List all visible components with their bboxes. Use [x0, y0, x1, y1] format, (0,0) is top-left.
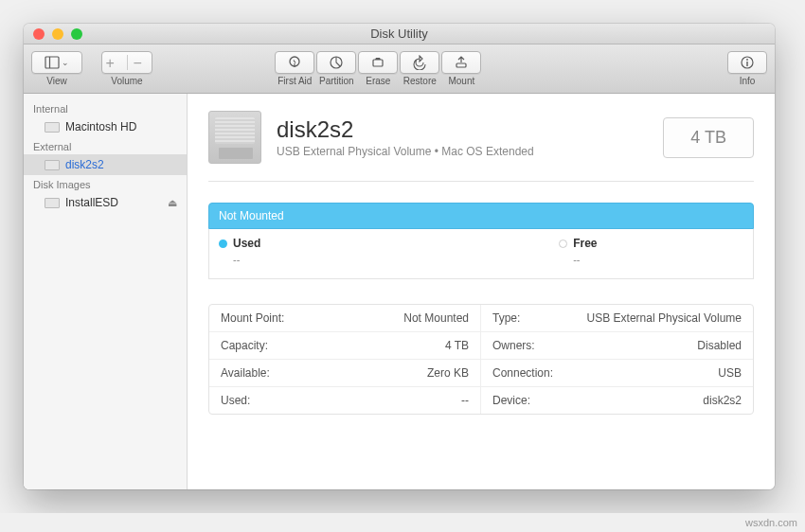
table-row: Mount Point:Not Mounted: [209, 305, 481, 332]
mount-status-bar: Not Mounted: [208, 203, 754, 229]
capacity-badge: 4 TB: [663, 117, 754, 158]
table-row: Capacity:4 TB: [209, 332, 481, 360]
disk-icon: [45, 198, 60, 208]
first-aid-button[interactable]: [275, 51, 314, 74]
toolbar: ⌄ View + − Volume First Aid Partition: [24, 44, 775, 94]
svg-rect-8: [746, 62, 747, 66]
svg-rect-5: [456, 63, 466, 67]
restore-button[interactable]: [400, 51, 439, 74]
restore-label: Restore: [403, 76, 437, 86]
usage-free: Free --: [559, 237, 743, 265]
sidebar-section-diskimages: Disk Images: [24, 175, 187, 192]
info-value: 4 TB: [445, 339, 469, 352]
erase-label: Erase: [366, 76, 390, 86]
info-key: Mount Point:: [221, 311, 284, 325]
info-value: --: [461, 394, 469, 407]
toolbar-volume-label: Volume: [111, 76, 142, 86]
volume-add-icon: +: [106, 55, 121, 70]
volume-titles: disk2s2 USB External Physical Volume • M…: [277, 116, 534, 158]
info-value: USB: [718, 366, 742, 380]
sidebar-section-internal: Internal: [24, 99, 187, 116]
info-key: Owners:: [492, 339, 535, 352]
toolbar-view-label: View: [46, 76, 67, 86]
chevron-down-icon: ⌄: [62, 58, 69, 67]
disk-icon: [45, 122, 60, 133]
free-value: --: [573, 254, 743, 265]
toolbar-info: Info: [727, 51, 767, 86]
table-row: Available:Zero KB: [209, 360, 481, 387]
volume-header: disk2s2 USB External Physical Volume • M…: [208, 111, 754, 182]
window-title: Disk Utility: [370, 27, 428, 41]
table-row: Used:--: [209, 387, 481, 414]
disk-icon: [45, 160, 60, 170]
toolbar-volume: + − Volume: [101, 51, 152, 86]
used-label: Used: [233, 237, 260, 250]
info-table: Mount Point:Not Mounted Type:USB Externa…: [208, 304, 754, 415]
sidebar-icon: [45, 55, 60, 70]
info-label: Info: [740, 76, 756, 86]
info-value: Zero KB: [427, 366, 469, 380]
titlebar: Disk Utility: [24, 24, 775, 44]
free-label: Free: [573, 237, 597, 250]
info-value: USB External Physical Volume: [587, 311, 742, 325]
sidebar-item-label: Macintosh HD: [65, 120, 136, 133]
usage-used: Used --: [219, 237, 260, 265]
sidebar-item-installesd[interactable]: InstallESD ⏏: [24, 192, 187, 213]
toolbar-view: ⌄ View: [31, 51, 82, 86]
minimize-icon[interactable]: [52, 28, 63, 40]
sidebar: Internal Macintosh HD External disk2s2 D…: [24, 94, 188, 489]
first-aid-icon: [287, 55, 302, 70]
used-value: --: [233, 254, 260, 265]
view-button[interactable]: ⌄: [31, 51, 82, 74]
volume-subtitle: USB External Physical Volume • Mac OS Ex…: [277, 145, 534, 158]
table-row: Type:USB External Physical Volume: [481, 305, 753, 332]
disk-utility-window: Disk Utility ⌄ View + − Volume First Aid: [24, 24, 775, 489]
table-row: Connection:USB: [481, 360, 753, 387]
sidebar-section-external: External: [24, 137, 187, 154]
info-icon: [740, 55, 755, 70]
svg-rect-0: [45, 57, 59, 68]
window-controls: [33, 28, 82, 40]
erase-icon: [370, 55, 385, 70]
volume-remove-icon: −: [134, 55, 149, 70]
used-swatch-icon: [219, 239, 227, 248]
sidebar-item-label: InstallESD: [65, 196, 118, 209]
partition-label: Partition: [319, 76, 354, 86]
sidebar-item-disk2s2[interactable]: disk2s2: [24, 154, 187, 175]
erase-button[interactable]: [358, 51, 398, 74]
table-row: Device:disk2s2: [481, 387, 753, 414]
sidebar-item-macintosh-hd[interactable]: Macintosh HD: [24, 116, 187, 137]
volume-button[interactable]: + −: [101, 51, 152, 74]
mount-label: Mount: [448, 76, 474, 86]
info-button[interactable]: [727, 51, 767, 74]
info-key: Used:: [221, 394, 250, 407]
volume-disk-icon: [208, 111, 261, 164]
mount-icon: [454, 55, 469, 70]
svg-point-7: [746, 59, 748, 61]
info-key: Capacity:: [221, 339, 268, 352]
main-panel: disk2s2 USB External Physical Volume • M…: [188, 94, 775, 489]
info-key: Type:: [492, 311, 520, 325]
free-swatch-icon: [559, 239, 567, 248]
partition-icon: [329, 55, 344, 70]
info-value: Disabled: [697, 339, 742, 352]
info-value: disk2s2: [703, 394, 742, 407]
info-value: Not Mounted: [403, 311, 469, 325]
eject-icon[interactable]: ⏏: [168, 197, 177, 209]
volume-name: disk2s2: [277, 116, 534, 143]
first-aid-label: First Aid: [277, 76, 312, 86]
toolbar-center: First Aid Partition Erase Restore Mount: [276, 51, 480, 86]
info-key: Connection:: [492, 366, 553, 380]
sidebar-item-label: disk2s2: [65, 158, 104, 171]
window-body: Internal Macintosh HD External disk2s2 D…: [24, 94, 775, 489]
zoom-icon[interactable]: [71, 28, 82, 40]
mount-button[interactable]: [441, 51, 481, 74]
info-key: Available:: [221, 366, 270, 380]
restore-icon: [412, 55, 427, 70]
close-icon[interactable]: [33, 28, 45, 40]
svg-rect-4: [373, 60, 383, 66]
usage-panel: Used -- Free --: [208, 229, 754, 279]
partition-button[interactable]: [316, 51, 356, 74]
table-row: Owners:Disabled: [481, 332, 753, 360]
info-key: Device:: [492, 394, 530, 407]
